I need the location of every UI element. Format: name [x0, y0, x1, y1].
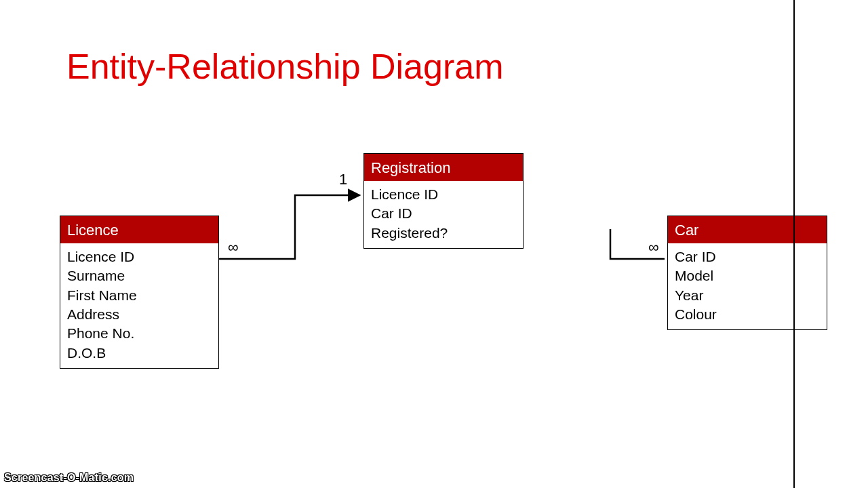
entity-attr: Licence ID [67, 247, 212, 266]
watermark-text: Screencast-O-Matic.com [4, 472, 134, 484]
entity-licence: Licence Licence ID Surname First Name Ad… [60, 216, 219, 369]
cardinality-infinity-right: ∞ [648, 239, 659, 256]
entity-registration: Registration Licence ID Car ID Registere… [363, 153, 524, 249]
cardinality-infinity-left: ∞ [228, 239, 239, 256]
entity-attr: Colour [675, 305, 820, 324]
slide-area: Entity-Relationship Diagram Licence Lice… [0, 0, 793, 488]
entity-attr: Model [675, 266, 820, 285]
entity-attr: Car ID [371, 204, 516, 223]
entity-attr: D.O.B [67, 344, 212, 363]
entity-attr: Address [67, 305, 212, 324]
entity-attr: Car ID [675, 247, 820, 266]
entity-attr: Year [675, 286, 820, 305]
entity-car-header: Car [668, 216, 827, 243]
entity-car-body: Car ID Model Year Colour [668, 243, 827, 329]
entity-licence-body: Licence ID Surname First Name Address Ph… [60, 243, 218, 368]
entity-attr: First Name [67, 286, 212, 305]
entity-registration-header: Registration [364, 154, 523, 181]
diagram-title: Entity-Relationship Diagram [66, 46, 504, 87]
entity-attr: Surname [67, 266, 212, 285]
cardinality-one: 1 [339, 171, 347, 188]
entity-licence-header: Licence [60, 216, 218, 243]
entity-attr: Registered? [371, 224, 516, 243]
entity-attr: Licence ID [371, 185, 516, 204]
vertical-divider [793, 0, 795, 488]
entity-registration-body: Licence ID Car ID Registered? [364, 181, 523, 248]
entity-attr: Phone No. [67, 324, 212, 343]
entity-car: Car Car ID Model Year Colour [667, 216, 827, 330]
